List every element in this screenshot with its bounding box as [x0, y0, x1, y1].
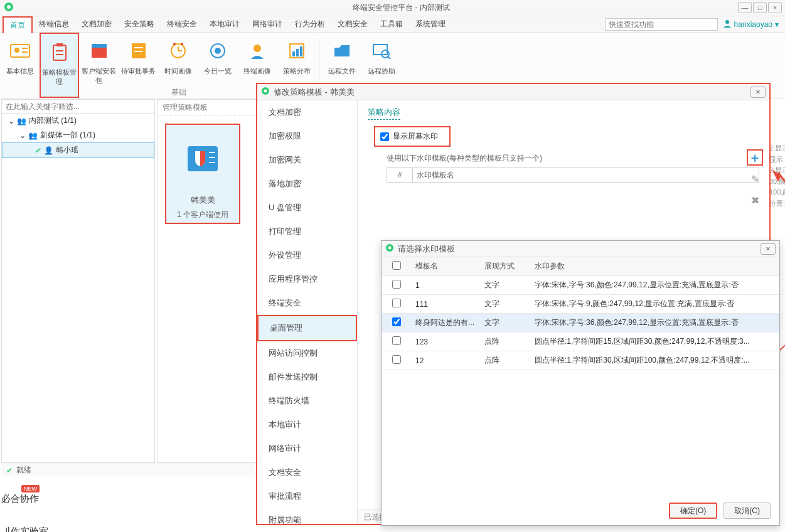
row-mode: 文字: [481, 280, 531, 290]
col-name: 模板名: [412, 261, 481, 272]
show-watermark-checkbox[interactable]: [380, 132, 389, 141]
svg-point-20: [181, 43, 183, 45]
group-icon: 👥: [17, 117, 26, 125]
row-checkbox[interactable]: [392, 336, 401, 345]
svg-rect-8: [56, 43, 63, 46]
row-name: 123: [412, 338, 481, 346]
menu-website-control[interactable]: 网站访问控制: [257, 341, 357, 365]
row-name: 111: [412, 300, 481, 309]
menu-usb[interactable]: U 盘管理: [257, 196, 357, 220]
row-mode: 文字: [481, 299, 531, 309]
col-template-name: 水印模板名: [412, 168, 759, 182]
menu-landing-encrypt[interactable]: 落地加密: [257, 172, 357, 196]
dialog-close-button[interactable]: ×: [750, 87, 766, 98]
row-param: 圆点半径:1,字符间距15,区域间距30,颜色:247,99,12,不透明度:3…: [531, 336, 779, 347]
table-row[interactable]: 终身阿达是的有...文字字体:宋体,字号:36,颜色:247,99,12,显示位…: [382, 314, 779, 332]
tree-search-input[interactable]: [2, 100, 154, 114]
table-row[interactable]: 12点阵圆点半径:1,字符间距30,区域间距100,颜色:247,99,12,不…: [382, 351, 779, 370]
org-tree: ⌄ 👥 内部测试 (1/1) ⌄ 👥 新媒体一部 (1/1) ✔ 👤 韩小瑶: [1, 99, 155, 463]
svg-rect-11: [92, 46, 107, 58]
svg-rect-27: [300, 46, 302, 56]
row-param: 字体:宋体,字号:36,颜色:247,99,12,显示位置:充满,置底显示:否: [531, 317, 779, 328]
row-checkbox[interactable]: [392, 299, 401, 307]
add-watermark-button[interactable]: ＋: [747, 149, 763, 166]
edit-watermark-button[interactable]: ✎: [747, 171, 763, 187]
folder-icon: [322, 39, 361, 63]
dialog-close-button[interactable]: ×: [761, 243, 776, 255]
target-icon: [198, 39, 237, 63]
svg-point-36: [264, 90, 267, 93]
template-card-name: 韩美美: [166, 194, 239, 206]
menu-network-audit[interactable]: 网络审计: [257, 437, 357, 460]
user-icon: [723, 19, 732, 29]
tab-terminal-security[interactable]: 终端安全: [161, 16, 203, 32]
menu-peripheral[interactable]: 外设管理: [257, 243, 357, 267]
menu-firewall[interactable]: 终端防火墙: [257, 389, 357, 413]
tab-terminal-info[interactable]: 终端信息: [33, 16, 75, 32]
tab-doc-security[interactable]: 文档安全: [331, 16, 374, 32]
table-row[interactable]: 1文字字体:宋体,字号:36,颜色:247,99,12,显示位置:充满,置底显示…: [382, 276, 779, 295]
show-watermark-checkbox-row[interactable]: 显示屏幕水印: [374, 126, 451, 147]
delete-watermark-button[interactable]: ✖: [747, 192, 763, 208]
menu-doc-security[interactable]: 文档安全: [257, 460, 357, 484]
window-maximize-button[interactable]: □: [753, 2, 767, 13]
profile-icon: [237, 39, 277, 63]
watermark-table-header: 模板名 展现方式 水印参数: [382, 257, 779, 276]
user-menu[interactable]: hanxiaoyao ▾: [723, 19, 779, 29]
svg-point-1: [7, 5, 11, 9]
status-text: 就绪: [16, 465, 31, 476]
row-checkbox[interactable]: [392, 317, 401, 326]
menu-encrypt-gateway[interactable]: 加密网关: [257, 148, 357, 172]
window-minimize-button[interactable]: —: [738, 2, 752, 13]
template-card[interactable]: 韩美美 1 个客户端使用: [165, 124, 240, 224]
show-watermark-label: 显示屏幕水印: [393, 131, 438, 142]
tab-toolbox[interactable]: 工具箱: [374, 16, 409, 32]
tab-home[interactable]: 首页: [3, 16, 33, 33]
menu-doc-encrypt[interactable]: 文档加密: [257, 100, 357, 124]
background-peek: 2.显示立显示 屏2.显示立30,颜色100,颜色位置:充满: [769, 143, 785, 210]
watermark-mini-table-header: # 水印模板名: [387, 168, 759, 183]
menu-terminal-security[interactable]: 终端安全: [257, 291, 357, 315]
global-search-input[interactable]: [605, 18, 718, 31]
table-row[interactable]: 111文字字体:宋体,字号:9,颜色:247,99,12,显示位置:充满,置底显…: [382, 295, 779, 314]
tab-network-audit[interactable]: 网络审计: [246, 16, 289, 32]
chart-icon: [277, 39, 316, 63]
window-close-button[interactable]: ×: [768, 2, 782, 13]
svg-line-30: [388, 56, 390, 59]
row-param: 圆点半径:1,字符间距30,区域间距100,颜色:247,99,12,不透明度:…: [531, 355, 779, 366]
table-row[interactable]: 123点阵圆点半径:1,字符间距15,区域间距30,颜色:247,99,12,不…: [382, 332, 779, 351]
col-param: 水印参数: [531, 261, 779, 272]
main-tabs: 首页 终端信息 文档加密 安全策略 终端安全 本地审计 网络审计 行为分析 文档…: [0, 16, 785, 33]
menu-email-control[interactable]: 邮件发送控制: [257, 365, 357, 389]
ok-button[interactable]: 确定(O): [669, 503, 717, 519]
row-checkbox[interactable]: [392, 280, 401, 289]
menu-local-audit[interactable]: 本地审计: [257, 413, 357, 437]
col-hash: #: [387, 171, 412, 179]
user-name: hanxiaoyao: [734, 20, 772, 29]
menu-desktop-manage[interactable]: 桌面管理: [257, 315, 357, 341]
note-icon: [119, 39, 158, 63]
id-card-icon: [0, 39, 40, 63]
menu-encrypt-perm[interactable]: 加密权限: [257, 124, 357, 148]
tab-local-audit[interactable]: 本地审计: [203, 16, 246, 32]
new-badge: NEW: [21, 485, 40, 492]
tree-node-user[interactable]: ✔ 👤 韩小瑶: [2, 142, 154, 158]
svg-point-4: [14, 48, 19, 53]
row-checkbox[interactable]: [392, 355, 401, 364]
tab-doc-encrypt[interactable]: 文档加密: [75, 16, 118, 32]
svg-rect-25: [292, 51, 295, 56]
tab-security-policy[interactable]: 安全策略: [118, 16, 161, 32]
row-param: 字体:宋体,字号:36,颜色:247,99,12,显示位置:充满,置底显示:否: [531, 280, 779, 290]
col-mode: 展现方式: [481, 261, 531, 272]
tab-behavior[interactable]: 行为分析: [289, 16, 331, 32]
select-all-checkbox[interactable]: [392, 261, 401, 270]
tab-system-manage[interactable]: 系统管理: [409, 16, 452, 32]
menu-accessory[interactable]: 附属功能: [257, 508, 357, 532]
tree-node-dept[interactable]: ⌄ 👥 新媒体一部 (1/1): [2, 128, 154, 142]
menu-print[interactable]: 打印管理: [257, 220, 357, 243]
dialog-select-watermark: 请选择水印模板 × 模板名 展现方式 水印参数 1文字字体:宋体,字号:36,颜…: [381, 240, 780, 526]
tree-node-root[interactable]: ⌄ 👥 内部测试 (1/1): [2, 114, 154, 128]
menu-approval[interactable]: 审批流程: [257, 484, 357, 508]
cancel-button[interactable]: 取消(C): [724, 503, 771, 519]
menu-app-control[interactable]: 应用程序管控: [257, 267, 357, 291]
